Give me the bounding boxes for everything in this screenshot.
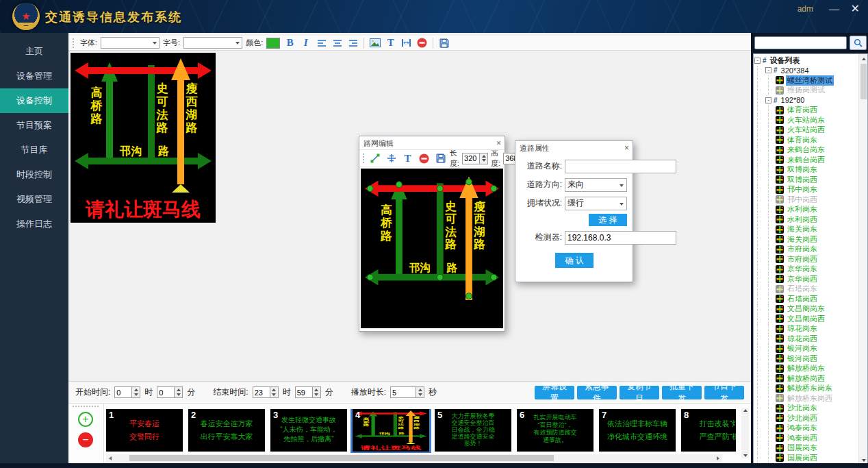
- end-hour-input[interactable]: [253, 386, 270, 398]
- tree-device-item[interactable]: 双博岗东: [754, 165, 858, 175]
- start-hour-input[interactable]: [114, 386, 132, 398]
- tree-collapse-icon[interactable]: -: [765, 97, 771, 103]
- tree-device-item[interactable]: 银河岗东: [754, 344, 858, 354]
- tree-device-item[interactable]: 邗中岗东: [754, 185, 858, 195]
- sidebar-item-device-manage[interactable]: 设备管理: [0, 64, 68, 88]
- program-thumb-2[interactable]: 2春运安全连万家出行平安靠大家: [188, 409, 265, 452]
- program-thumb-5[interactable]: 5大力开展秋冬季交通安全整治百日会战，全力稳定道路交通安全形势！: [435, 409, 511, 452]
- dialog-title-bar[interactable]: 路网编辑 ×: [359, 136, 505, 150]
- start-hour-stepper[interactable]: [114, 386, 140, 398]
- tree-device-item[interactable]: 来鹤台岗西: [754, 155, 858, 165]
- delete-icon[interactable]: [416, 36, 429, 49]
- scroll-up-icon[interactable]: [743, 409, 748, 412]
- delete-icon[interactable]: [418, 152, 431, 165]
- detector-field[interactable]: [565, 231, 676, 245]
- save-icon[interactable]: [434, 152, 447, 165]
- duration-stepper[interactable]: [390, 386, 424, 398]
- tree-device-item[interactable]: 解放桥东岗东: [754, 384, 858, 394]
- sidebar-item-program-library[interactable]: 节目库: [0, 138, 68, 162]
- length-input[interactable]: [462, 153, 480, 164]
- tree-device-item[interactable]: 体育岗东: [754, 135, 858, 145]
- font-size-select[interactable]: [183, 37, 242, 49]
- sidebar-item-program-plan[interactable]: 节目预案: [0, 113, 68, 138]
- font-select[interactable]: [101, 37, 159, 49]
- tree-device-item[interactable]: 鸿泰岗东: [754, 423, 858, 434]
- tree-device-item[interactable]: 螺丝湾桥测试: [754, 75, 858, 86]
- italic-icon[interactable]: I: [299, 36, 312, 49]
- align-center-icon[interactable]: [331, 36, 344, 49]
- program-thumb-7[interactable]: 7依法治理非标车辆净化城市交通环境: [599, 409, 676, 452]
- color-swatch[interactable]: [266, 38, 280, 49]
- tree-device-item[interactable]: 市府岗东: [754, 245, 858, 255]
- close-icon[interactable]: ✕: [851, 2, 860, 15]
- minimize-icon[interactable]: —: [829, 3, 839, 14]
- tree-collapse-icon[interactable]: -: [765, 67, 771, 73]
- length-stepper[interactable]: [462, 153, 488, 164]
- tree-device-item[interactable]: 沙北岗西: [754, 413, 858, 423]
- end-hour-stepper[interactable]: [253, 386, 279, 398]
- scroll-left-icon[interactable]: [106, 454, 114, 462]
- line-icon[interactable]: [368, 152, 381, 165]
- align-right-icon[interactable]: [346, 36, 359, 49]
- batch-send-button[interactable]: 批量下发: [662, 386, 702, 399]
- scroll-up-icon[interactable]: [859, 54, 868, 63]
- vertical-scrollbar[interactable]: [741, 408, 749, 458]
- scroll-right-icon[interactable]: [714, 454, 722, 462]
- confirm-button[interactable]: 确 认: [555, 253, 593, 268]
- sidebar-item-operation-log[interactable]: 操作日志: [0, 212, 68, 236]
- tree-device-item[interactable]: 维扬岗测试: [754, 86, 858, 96]
- tree-device-item[interactable]: 市府岗西: [754, 254, 858, 264]
- sidebar-item-device-control[interactable]: 设备控制: [0, 88, 68, 113]
- program-thumb-8[interactable]: 8打击改装“灯严查严防“机: [681, 409, 736, 452]
- sidebar-item-home[interactable]: 主页: [0, 39, 68, 64]
- screen-settings-button[interactable]: 屏幕设置: [535, 386, 574, 399]
- tree-group-node[interactable]: -#192*80: [754, 95, 858, 106]
- tree-device-item[interactable]: 文昌阁岗东: [754, 304, 858, 315]
- tree-device-item[interactable]: 体育岗西: [754, 106, 858, 116]
- tree-device-item[interactable]: 京华岗东: [754, 264, 858, 275]
- tree-scrollbar[interactable]: [858, 54, 867, 465]
- align-left-icon[interactable]: [315, 36, 328, 49]
- tree-collapse-icon[interactable]: -: [754, 58, 761, 64]
- program-thumb-6[interactable]: 6扎实开展电动车“百日整治”，有效预防道路交通事故。: [517, 409, 593, 452]
- congestion-select[interactable]: 缓行: [565, 197, 627, 210]
- tree-device-item[interactable]: 石塔岗东: [754, 284, 858, 295]
- end-minute-stepper[interactable]: [295, 386, 321, 398]
- road-network-canvas[interactable]: 高桥路史可法路瘦西湖路邗沟路: [361, 169, 503, 328]
- tree-device-item[interactable]: 解放桥东岗西: [754, 393, 858, 404]
- tree-device-item[interactable]: 火车站岗东: [754, 115, 858, 125]
- sidebar-item-video-manage[interactable]: 视频管理: [0, 187, 68, 212]
- fit-icon[interactable]: [400, 36, 413, 49]
- tree-device-item[interactable]: 解放桥岗东: [754, 364, 858, 374]
- tree-device-item[interactable]: 京华岗西: [754, 274, 858, 284]
- bold-icon[interactable]: B: [283, 36, 296, 49]
- scrollbar-thumb[interactable]: [129, 455, 554, 461]
- tree-device-item[interactable]: 来鹤台岗东: [754, 145, 858, 156]
- search-button[interactable]: [850, 36, 867, 50]
- road-direction-select[interactable]: 来向: [565, 178, 627, 192]
- remove-program-button[interactable]: −: [78, 432, 93, 447]
- scroll-down-icon[interactable]: [743, 454, 748, 457]
- emergency-event-button[interactable]: 紧急事件: [577, 386, 617, 399]
- duration-input[interactable]: [390, 386, 416, 398]
- close-icon[interactable]: ×: [496, 136, 501, 150]
- add-program-button[interactable]: +: [78, 412, 93, 427]
- stepper-arrows[interactable]: [480, 153, 488, 164]
- program-send-button[interactable]: 节目下发: [704, 386, 744, 399]
- tree-device-item[interactable]: 文昌阁岗西: [754, 314, 858, 324]
- search-input[interactable]: [754, 36, 847, 49]
- select-detector-button[interactable]: 选 择: [589, 214, 627, 226]
- tree-device-item[interactable]: 水利岗西: [754, 214, 858, 225]
- copy-program-button[interactable]: 复制节目: [620, 386, 659, 399]
- image-icon[interactable]: [368, 36, 381, 49]
- text-icon[interactable]: T: [384, 36, 397, 49]
- tree-device-item[interactable]: 银河岗西: [754, 354, 858, 364]
- tree-device-item[interactable]: 双博岗西: [754, 175, 858, 185]
- start-minute-stepper[interactable]: [157, 386, 183, 398]
- text-icon[interactable]: T: [401, 152, 414, 165]
- horizontal-scrollbar[interactable]: [106, 454, 722, 462]
- tree-device-item[interactable]: 解放桥岗西: [754, 373, 858, 384]
- program-thumb-1[interactable]: 1平安春运交警同行: [106, 409, 183, 452]
- end-minute-input[interactable]: [295, 386, 313, 398]
- start-minute-input[interactable]: [157, 386, 175, 398]
